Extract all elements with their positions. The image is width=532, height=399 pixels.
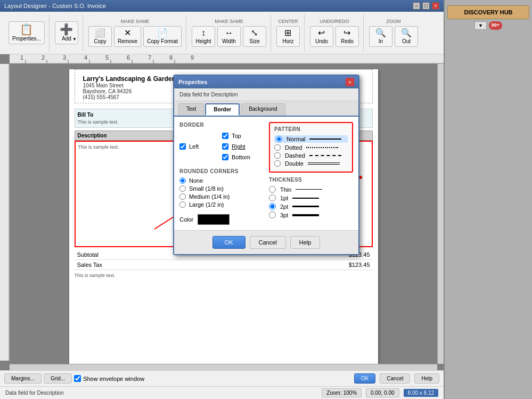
bottom-sample-text: This is sample text. — [75, 273, 373, 278]
maximize-button[interactable]: □ — [422, 2, 430, 10]
add-button[interactable]: ➕ Add ▼ — [55, 21, 78, 44]
discovery-hub-controls: ▼ 99+ — [474, 21, 502, 30]
discovery-badge: 99+ — [489, 21, 502, 30]
discovery-dropdown-button[interactable]: ▼ — [474, 21, 487, 30]
color-swatch[interactable] — [198, 214, 230, 225]
salestax-row: Sales Tax $123.45 — [75, 260, 373, 270]
height-button[interactable]: ↕ Height — [192, 26, 215, 47]
left-label: Left — [189, 143, 199, 150]
size-button[interactable]: ⤡ Size — [243, 26, 266, 47]
corners-medium-radio[interactable] — [179, 193, 186, 200]
dialog-close-button[interactable]: × — [346, 78, 354, 86]
footer-ok-button[interactable]: OK — [354, 373, 375, 384]
horz-center-button[interactable]: ⊞ Horz — [276, 26, 300, 47]
corners-large-radio[interactable] — [179, 201, 186, 208]
undoredo-label: UNDO/REDO — [320, 19, 349, 24]
thickness-2pt-row: 2pt — [269, 203, 353, 210]
pattern-dashed-preview — [309, 155, 341, 156]
thickness-thin-radio[interactable] — [269, 186, 276, 193]
color-label: Color — [179, 216, 193, 223]
vertical-scrollbar[interactable] — [437, 64, 444, 364]
vertical-ruler — [0, 64, 10, 361]
thickness-thin-row: Thin — [269, 186, 353, 193]
pattern-normal-row: Normal — [274, 135, 348, 143]
pattern-normal-radio[interactable] — [276, 136, 282, 142]
tab-text[interactable]: Text — [178, 103, 204, 116]
close-window-button[interactable]: × — [432, 2, 439, 10]
copy-format-button[interactable]: 📄 Copy Format — [143, 26, 182, 47]
undo-button[interactable]: ↩ Undo — [310, 26, 333, 47]
thickness-1pt-preview — [292, 198, 319, 199]
right-checkbox[interactable] — [222, 143, 228, 150]
toolbar-group-add: ➕ Add ▼ — [51, 14, 83, 52]
right-panel: DISCOVERY HUB ▼ 99+ — [444, 0, 532, 399]
pattern-dotted-row: Dotted — [274, 144, 348, 151]
show-envelope-checkbox[interactable] — [74, 375, 81, 382]
dialog-ok-button[interactable]: OK — [212, 236, 245, 249]
thickness-title: THICKNESS — [269, 177, 353, 183]
remove-button[interactable]: ✕ Remove — [114, 26, 141, 47]
thickness-2pt-radio[interactable] — [269, 203, 276, 210]
dialog-footer: OK Cancel Help — [174, 230, 358, 254]
corners-small-radio[interactable] — [179, 185, 186, 192]
left-checkbox[interactable] — [179, 143, 186, 150]
dialog-left-col: BORDER Top Left Right — [179, 122, 264, 225]
thickness-3pt-radio[interactable] — [269, 211, 276, 218]
discovery-hub-title: DISCOVERY HUB — [464, 9, 512, 15]
dialog-help-button[interactable]: Help — [290, 236, 321, 249]
pattern-section: PATTERN Normal Dotted Dashed — [269, 122, 353, 173]
properties-button[interactable]: 📋 Properties... — [9, 21, 45, 44]
salestax-label: Sales Tax — [77, 262, 103, 268]
window-title: Layout Designer - Custom S.O. Invoice — [4, 3, 106, 9]
pattern-normal-label: Normal — [287, 136, 305, 142]
grid-button[interactable]: Grid... — [44, 373, 72, 384]
tab-background[interactable]: Background — [241, 103, 285, 116]
pattern-double-radio[interactable] — [274, 160, 281, 167]
top-checkbox[interactable] — [222, 133, 228, 139]
dialog-cancel-button[interactable]: Cancel — [250, 236, 286, 249]
size-indicator: 8.00 x 8.12 — [404, 389, 438, 397]
copy-format-icon: 📄 — [157, 29, 168, 37]
rounded-corners-title: ROUNDED CORNERS — [179, 168, 264, 174]
zoom-in-button[interactable]: 🔍 In — [369, 26, 392, 47]
footer-bar: Margins... Grid... Show envelope window … — [0, 370, 444, 386]
pattern-double-preview — [308, 162, 340, 165]
svg-text:6: 6 — [127, 54, 130, 61]
tab-border[interactable]: Border — [205, 103, 240, 116]
redo-button[interactable]: ↪ Redo — [335, 26, 359, 47]
corners-none-radio[interactable] — [179, 177, 186, 184]
height-icon: ↕ — [201, 29, 206, 37]
footer-help-button[interactable]: Help — [414, 373, 439, 384]
pattern-normal-preview — [309, 139, 341, 140]
footer-cancel-button[interactable]: Cancel — [380, 373, 410, 384]
zoom-out-button[interactable]: 🔍 Out — [395, 26, 418, 47]
discovery-hub-header: DISCOVERY HUB — [447, 5, 529, 19]
top-checkbox-row: Top — [222, 133, 264, 139]
pattern-dotted-preview — [306, 147, 338, 148]
status-bar: Data field for Description Zoom: 100% 0.… — [0, 386, 444, 399]
corners-large-row: Large (1/2 in) — [179, 201, 264, 208]
margins-button[interactable]: Margins... — [4, 373, 42, 384]
svg-text:4: 4 — [84, 54, 87, 61]
corners-none-label: None — [189, 177, 203, 184]
width-button[interactable]: ↔ Width — [217, 26, 241, 47]
thickness-1pt-label: 1pt — [280, 195, 288, 201]
pattern-dashed-radio[interactable] — [274, 152, 281, 159]
dimensions-label: MAKE SAME — [215, 19, 243, 24]
add-icon: ➕ — [60, 24, 73, 35]
svg-text:2: 2 — [42, 54, 45, 61]
thickness-section: THICKNESS Thin 1pt 2pt — [269, 177, 353, 218]
toolbar: 📋 Properties... ➕ Add ▼ MAKE SAME ⬜ Cop — [0, 12, 444, 54]
pattern-dotted-radio[interactable] — [274, 144, 281, 151]
left-checkbox-row: Left — [179, 143, 221, 150]
horizontal-scrollbar[interactable] — [10, 364, 437, 370]
bottom-label: Bottom — [232, 154, 250, 160]
bottom-checkbox[interactable] — [222, 154, 228, 160]
makesame-label: MAKE SAME — [121, 19, 150, 24]
thickness-1pt-radio[interactable] — [269, 194, 276, 201]
show-envelope-label: Show envelope window — [83, 376, 144, 382]
copy-button[interactable]: ⬜ Copy — [88, 26, 112, 47]
corners-none-row: None — [179, 177, 264, 184]
thickness-2pt-label: 2pt — [280, 203, 288, 210]
minimize-button[interactable]: − — [413, 2, 420, 10]
